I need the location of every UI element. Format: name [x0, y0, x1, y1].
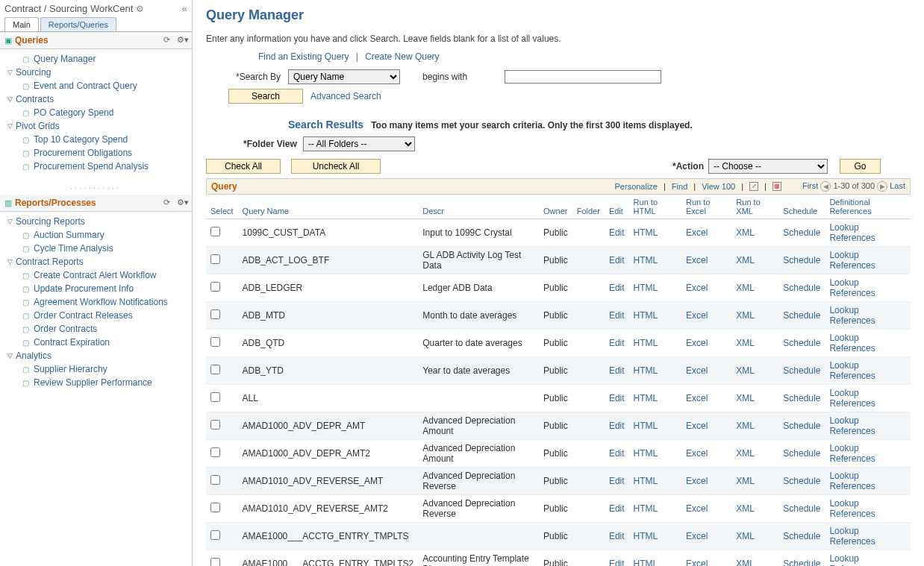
row-checkbox[interactable] [210, 227, 220, 236]
lookup-link[interactable]: Lookup References [829, 360, 875, 381]
prev-arrow-icon[interactable]: ◀ [820, 181, 831, 192]
tree-leaf[interactable]: ▢Procurement Obligations [3, 146, 192, 160]
column-header[interactable]: Descr [418, 195, 539, 219]
run-xml-link[interactable]: XML [736, 393, 755, 403]
refresh-icon-2[interactable]: ⟳ [163, 198, 174, 208]
run-xml-link[interactable]: XML [736, 255, 755, 265]
run-excel-link[interactable]: Excel [686, 283, 708, 293]
settings-gear-icon-2[interactable]: ⚙▾ [177, 198, 187, 208]
run-html-link[interactable]: HTML [634, 421, 658, 431]
tree-leaf[interactable]: ▢Event and Contract Query [3, 79, 192, 92]
schedule-link[interactable]: Schedule [783, 283, 820, 293]
tree-leaf[interactable]: ▢Update Procurement Info [3, 282, 192, 295]
tree-leaf[interactable]: ▢Contract Expiration [3, 336, 192, 349]
run-html-link[interactable]: HTML [634, 365, 658, 376]
schedule-link[interactable]: Schedule [783, 338, 820, 348]
tree-group[interactable]: ▽Analytics [3, 349, 192, 362]
run-html-link[interactable]: HTML [634, 503, 658, 514]
lookup-link[interactable]: Lookup References [829, 415, 875, 436]
row-checkbox[interactable] [210, 309, 220, 319]
run-excel-link[interactable]: Excel [686, 338, 708, 348]
tree-leaf[interactable]: ▢PO Category Spend [3, 106, 192, 119]
edit-link[interactable]: Edit [609, 559, 625, 566]
row-checkbox[interactable] [210, 558, 220, 566]
view100-link[interactable]: View 100 [702, 182, 735, 191]
run-html-link[interactable]: HTML [634, 393, 658, 403]
row-checkbox[interactable] [210, 420, 220, 430]
schedule-link[interactable]: Schedule [783, 476, 820, 486]
search-input[interactable] [505, 70, 661, 84]
last-link[interactable]: Last [890, 181, 905, 190]
tree-leaf[interactable]: ▢Top 10 Category Spend [3, 133, 192, 146]
edit-link[interactable]: Edit [609, 227, 625, 238]
column-header[interactable]: Run to HTML [629, 195, 681, 219]
run-xml-link[interactable]: XML [736, 421, 755, 431]
row-checkbox[interactable] [210, 475, 220, 485]
run-excel-link[interactable]: Excel [686, 365, 708, 376]
schedule-link[interactable]: Schedule [783, 310, 820, 321]
lookup-link[interactable]: Lookup References [829, 250, 875, 271]
run-html-link[interactable]: HTML [634, 531, 658, 541]
run-xml-link[interactable]: XML [736, 338, 755, 348]
edit-link[interactable]: Edit [609, 283, 625, 293]
run-xml-link[interactable]: XML [736, 503, 755, 514]
run-xml-link[interactable]: XML [736, 227, 755, 238]
lookup-link[interactable]: Lookup References [829, 333, 875, 353]
column-header[interactable]: Run to XML [731, 195, 778, 219]
run-xml-link[interactable]: XML [736, 531, 755, 541]
lookup-link[interactable]: Lookup References [829, 553, 875, 566]
lookup-link[interactable]: Lookup References [829, 305, 875, 326]
run-excel-link[interactable]: Excel [686, 448, 708, 459]
tree-group[interactable]: ▽Contract Reports [3, 255, 192, 268]
find-link[interactable]: Find [672, 182, 687, 191]
find-existing-link[interactable]: Find an Existing Query [258, 51, 349, 62]
schedule-link[interactable]: Schedule [783, 503, 820, 514]
check-all-button[interactable]: Check All [206, 159, 281, 174]
row-checkbox[interactable] [210, 503, 220, 512]
run-xml-link[interactable]: XML [736, 283, 755, 293]
lookup-link[interactable]: Lookup References [829, 222, 875, 243]
action-select[interactable]: -- Choose -- [708, 159, 828, 174]
run-excel-link[interactable]: Excel [686, 559, 708, 566]
run-html-link[interactable]: HTML [634, 338, 658, 348]
edit-link[interactable]: Edit [609, 421, 625, 431]
run-excel-link[interactable]: Excel [686, 227, 708, 238]
run-html-link[interactable]: HTML [634, 227, 658, 238]
run-html-link[interactable]: HTML [634, 255, 658, 265]
edit-link[interactable]: Edit [609, 255, 625, 265]
run-html-link[interactable]: HTML [634, 476, 658, 486]
create-new-link[interactable]: Create New Query [365, 51, 439, 62]
run-html-link[interactable]: HTML [634, 559, 658, 566]
tree-leaf[interactable]: ▢Supplier Hierarchy [3, 362, 192, 376]
row-checkbox[interactable] [210, 337, 220, 347]
query-manager-link[interactable]: ▢ Query Manager [3, 52, 192, 66]
row-checkbox[interactable] [210, 392, 220, 402]
row-checkbox[interactable] [210, 365, 220, 374]
tree-leaf[interactable]: ▢Order Contract Releases [3, 309, 192, 322]
search-button[interactable]: Search [228, 89, 303, 104]
grid-download-icon[interactable]: ▦ [772, 182, 781, 191]
run-excel-link[interactable]: Excel [686, 393, 708, 403]
tree-group[interactable]: ▽Contracts [3, 92, 192, 106]
next-arrow-icon[interactable]: ▶ [877, 181, 887, 192]
gear-icon[interactable]: ⚙ [136, 4, 144, 14]
lookup-link[interactable]: Lookup References [829, 471, 875, 491]
run-xml-link[interactable]: XML [736, 476, 755, 486]
advanced-search-link[interactable]: Advanced Search [310, 91, 381, 101]
column-header[interactable]: Folder [572, 195, 605, 219]
tree-leaf[interactable]: ▢Cycle Time Analysis [3, 242, 192, 255]
column-header[interactable]: Definitional References [825, 195, 911, 219]
run-excel-link[interactable]: Excel [686, 531, 708, 541]
schedule-link[interactable]: Schedule [783, 393, 820, 403]
column-header[interactable]: Owner [539, 195, 572, 219]
schedule-link[interactable]: Schedule [783, 255, 820, 265]
personalize-link[interactable]: Personalize [615, 182, 658, 191]
collapse-icon[interactable]: « [182, 3, 187, 14]
uncheck-all-button[interactable]: Uncheck All [291, 159, 381, 174]
run-xml-link[interactable]: XML [736, 310, 755, 321]
schedule-link[interactable]: Schedule [783, 448, 820, 459]
schedule-link[interactable]: Schedule [783, 531, 820, 541]
run-html-link[interactable]: HTML [634, 283, 658, 293]
settings-gear-icon[interactable]: ⚙▾ [177, 35, 187, 45]
edit-link[interactable]: Edit [609, 338, 625, 348]
